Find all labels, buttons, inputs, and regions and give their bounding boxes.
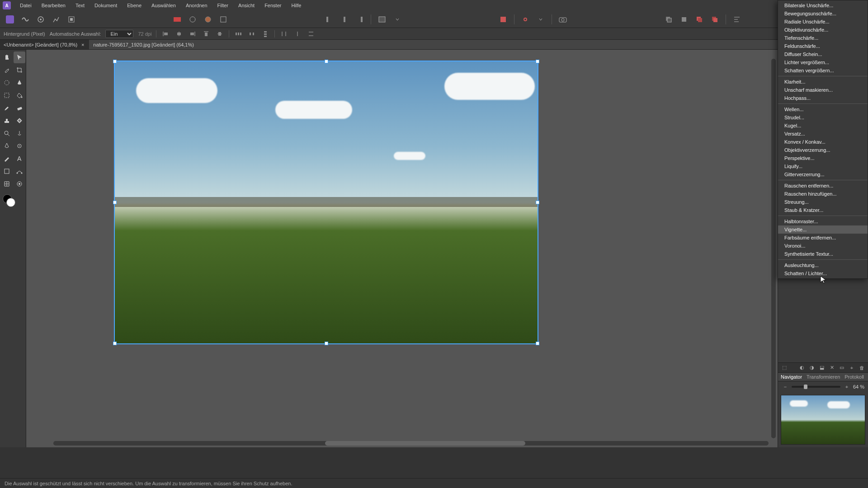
filter-menu-item[interactable]: Klarheit... [778, 78, 868, 86]
filter-menu-item[interactable]: Voronoi... [778, 242, 868, 250]
add-mask-icon[interactable]: ◐ [798, 364, 806, 371]
snap-right-icon[interactable] [354, 13, 366, 26]
text-tool-icon[interactable]: A [14, 153, 25, 164]
navigator-thumbnail[interactable] [781, 395, 865, 445]
filter-menu-item[interactable]: Ausleuchtung... [778, 261, 868, 269]
distribute-h-icon[interactable] [234, 29, 243, 38]
selection-handle[interactable] [113, 60, 117, 63]
crop-tool-icon[interactable] [14, 64, 25, 76]
filter-menu-item[interactable]: Streuung... [778, 198, 868, 206]
delete-layer-icon[interactable]: ✕ [828, 364, 835, 371]
filter-menu-item[interactable]: Rauschen entfernen... [778, 182, 868, 190]
snap-center-icon[interactable] [338, 13, 351, 26]
align-left-icon[interactable] [161, 29, 170, 38]
clone-tool-icon[interactable] [1, 115, 13, 127]
filter-menu-item[interactable]: Liquify... [778, 162, 868, 170]
selection-handle[interactable] [536, 60, 539, 63]
foreground-color-swatch[interactable] [6, 198, 15, 207]
snap-left-icon[interactable] [323, 13, 335, 26]
filter-menu-item[interactable]: Hochpass... [778, 94, 868, 102]
align-right-icon[interactable] [188, 29, 197, 38]
zoom-slider[interactable] [792, 386, 840, 388]
menu-ansicht[interactable]: Ansicht [234, 1, 259, 10]
trash-icon[interactable]: 🗑 [858, 364, 865, 371]
align-icon[interactable] [731, 13, 743, 26]
space-v-icon[interactable] [307, 29, 316, 38]
filter-menu-item[interactable]: Kugel... [778, 122, 868, 130]
order-backward-icon[interactable] [678, 13, 690, 26]
node-tool-icon[interactable] [14, 165, 25, 177]
order-front-icon[interactable] [708, 13, 721, 26]
auto-select-dropdown[interactable]: Ein [105, 30, 133, 38]
filter-menu-item[interactable]: Bewegungsunschärfe... [778, 9, 868, 18]
dropdown-icon[interactable] [391, 13, 404, 26]
menu-anordnen[interactable]: Anordnen [181, 1, 212, 10]
filter-submenu[interactable]: Bilaterale Unschärfe...Bewegungsunschärf… [778, 0, 868, 279]
horizontal-scrollbar[interactable] [53, 441, 769, 446]
brush-tool-icon[interactable] [1, 102, 13, 114]
tab-transform[interactable]: Transformieren [807, 374, 840, 380]
shape-tool-icon[interactable] [1, 165, 13, 177]
hand-tool-icon[interactable] [1, 52, 13, 63]
menu-dokument[interactable]: Dokument [90, 1, 122, 10]
flood-select-icon[interactable] [14, 77, 25, 89]
marquee-icon[interactable] [1, 89, 13, 101]
menu-ebene[interactable]: Ebene [123, 1, 146, 10]
filter-menu-item[interactable]: Konvex / Konkav... [778, 138, 868, 146]
close-icon[interactable]: × [80, 42, 85, 47]
chevron-down-icon[interactable] [534, 13, 547, 26]
space-h-icon[interactable] [279, 29, 288, 38]
filter-menu-item[interactable]: Gitterverzerrung... [778, 170, 868, 178]
canvas-viewport[interactable] [26, 50, 778, 447]
menu-fenster[interactable]: Fenster [260, 1, 286, 10]
space-hc-icon[interactable] [293, 29, 302, 38]
color-picker-tool-icon[interactable] [1, 64, 13, 76]
lut-icon[interactable] [217, 13, 230, 26]
menu-hilfe[interactable]: Hilfe [287, 1, 306, 10]
selection-brush-icon[interactable] [1, 77, 13, 89]
pen-tool-icon[interactable] [1, 140, 13, 152]
align-vcenter-icon[interactable] [215, 29, 224, 38]
filter-menu-item[interactable]: Objektivunschärfe... [778, 26, 868, 34]
filter-menu-item[interactable]: Synthetisierte Textur... [778, 250, 868, 258]
filter-menu-item[interactable]: Schatten vergrößern... [778, 66, 868, 75]
persona-develop-icon[interactable] [34, 13, 47, 26]
color-format-icon[interactable] [171, 13, 184, 26]
persona-liquify-icon[interactable] [19, 13, 32, 26]
distribute-hc-icon[interactable] [247, 29, 256, 38]
view-tool-icon[interactable] [14, 178, 25, 190]
align-hcenter-icon[interactable] [175, 29, 184, 38]
mesh-tool-icon[interactable] [1, 178, 13, 190]
selection-handle[interactable] [536, 201, 539, 204]
tab-history[interactable]: Protokoll [844, 374, 864, 380]
document-tab[interactable]: nature-7595617_1920.jpg [Geändert] (64,1… [90, 40, 868, 49]
zoom-in-button[interactable]: + [843, 383, 850, 390]
menu-bearbeiten[interactable]: Bearbeiten [37, 1, 70, 10]
filter-menu-item[interactable]: Unscharf maskieren... [778, 86, 868, 94]
heal-tool-icon[interactable] [14, 115, 25, 127]
add-adjustment-icon[interactable]: ◑ [808, 364, 816, 371]
persona-tone-icon[interactable] [50, 13, 62, 26]
gradient-tool-icon[interactable] [1, 153, 13, 164]
add-live-filter-icon[interactable]: ⬓ [818, 364, 826, 371]
assistant-icon[interactable] [497, 13, 509, 26]
link-icon[interactable] [519, 13, 532, 26]
distribute-v-icon[interactable] [261, 29, 270, 38]
document-tab[interactable]: <Unbenannt> [Geändert] (70,8%) × [0, 40, 90, 49]
filter-menu-item[interactable]: Tiefenschärfe... [778, 34, 868, 42]
filter-menu-item[interactable]: Radiale Unschärfe... [778, 18, 868, 26]
vertical-scrollbar[interactable] [771, 59, 776, 438]
menu-filter[interactable]: Filter [213, 1, 233, 10]
zoom-tool-icon[interactable] [1, 127, 13, 139]
filter-menu-item[interactable]: Objektivverzerrung... [778, 146, 868, 154]
move-tool-icon[interactable] [14, 52, 25, 63]
menu-auswaehlen[interactable]: Auswählen [147, 1, 180, 10]
filter-menu-item[interactable]: Schatten / Lichter... [778, 269, 868, 277]
filter-menu-item[interactable]: Farbsäume entfernen... [778, 234, 868, 242]
filter-menu-item[interactable]: Rauschen hinzufügen... [778, 190, 868, 198]
order-forward-icon[interactable] [693, 13, 706, 26]
fill-tool-icon[interactable] [14, 89, 25, 101]
filter-menu-item[interactable]: Versatz... [778, 130, 868, 138]
selection-handle[interactable] [113, 342, 117, 345]
camera-icon[interactable] [557, 13, 569, 26]
